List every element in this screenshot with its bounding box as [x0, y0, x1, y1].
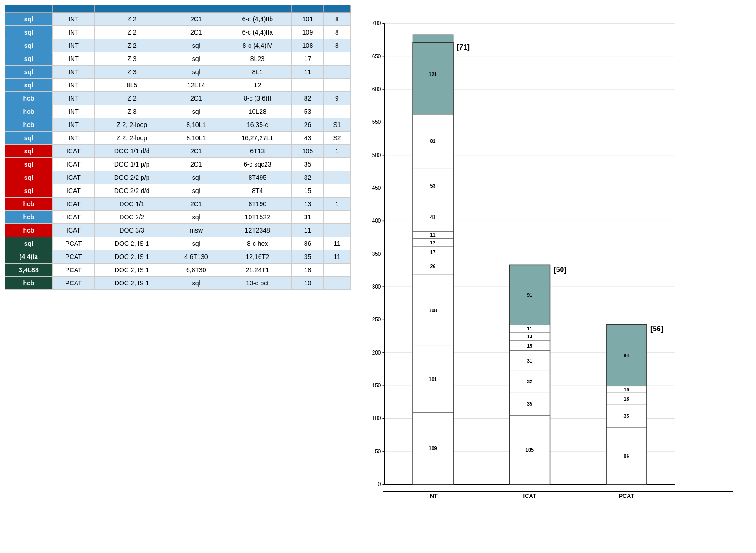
svg-text:[71]: [71] — [457, 43, 470, 51]
data-cell: msw — [169, 224, 223, 237]
table-row: (4,4)IaPCATDOC 2, IS 14,6T13012,16T23511 — [5, 250, 351, 264]
data-cell: 11 — [292, 66, 324, 79]
chart-container: 0501001502002503003504004505005506006507… — [360, 14, 742, 514]
layer-cell: sql — [5, 79, 53, 92]
data-cell: 109 — [292, 26, 324, 39]
col-header-fig — [323, 5, 350, 13]
data-cell: 10 — [292, 277, 324, 290]
data-cell — [323, 158, 350, 171]
data-cell: 8,10L1 — [169, 132, 223, 145]
svg-text:31: 31 — [527, 358, 532, 364]
table-row: sqlPCATDOC 2, IS 1sql8-c hex8611 — [5, 237, 351, 250]
layer-cell: sql — [5, 184, 53, 198]
data-cell: Z 3 — [95, 52, 169, 66]
svg-text:17: 17 — [430, 249, 436, 255]
svg-text:150: 150 — [372, 382, 381, 389]
data-cell: PCAT — [52, 277, 94, 290]
data-cell — [323, 264, 350, 277]
data-cell: 86 — [292, 237, 324, 250]
main-table: sqlINTZ 22C16-c (4,4)IIb1018sqlINTZ 22C1… — [5, 5, 351, 290]
data-cell: INT — [52, 92, 94, 105]
table-row: sqlINTZ 2sql8-c (4,4)IV1088 — [5, 39, 351, 52]
data-cell: DOC 2, IS 1 — [95, 250, 169, 264]
data-cell — [323, 171, 350, 184]
svg-text:35: 35 — [527, 401, 532, 406]
data-cell: DOC 2/2 d/d — [95, 184, 169, 198]
data-cell: 9 — [323, 92, 350, 105]
data-cell: DOC 2, IS 1 — [95, 277, 169, 290]
data-cell: 1 — [323, 145, 350, 158]
table-row: sqlINTZ 3sql8L111 — [5, 66, 351, 79]
data-cell: 8 — [323, 26, 350, 39]
svg-text:12: 12 — [430, 240, 436, 245]
svg-text:18: 18 — [623, 396, 629, 401]
layer-cell: hcb — [5, 92, 53, 105]
data-cell: Z 2 — [95, 13, 169, 26]
data-cell: Z 2 — [95, 39, 169, 52]
data-cell: 2C1 — [169, 198, 223, 211]
data-cell: DOC 1/1 p/p — [95, 158, 169, 171]
table-row: sqlICATDOC 1/1 p/p2C16-c sqc2335 — [5, 158, 351, 171]
data-cell: 8T190 — [223, 198, 292, 211]
data-cell — [323, 79, 350, 92]
data-cell: ICAT — [52, 184, 94, 198]
table-row: hcbICATDOC 1/12C18T190131 — [5, 198, 351, 211]
data-cell: ICAT — [52, 171, 94, 184]
data-cell: 35 — [292, 158, 324, 171]
svg-text:100: 100 — [372, 415, 381, 421]
svg-text:53: 53 — [430, 183, 436, 188]
svg-text:500: 500 — [372, 152, 381, 158]
table-row: 3,4L88PCATDOC 2, IS 16,8T3021,24T118 — [5, 264, 351, 277]
svg-text:94: 94 — [623, 353, 629, 358]
data-cell: 12L14 — [169, 79, 223, 92]
svg-text:43: 43 — [430, 214, 436, 220]
data-cell: 2C1 — [169, 145, 223, 158]
chart-svg: 0501001502002503003504004505005506006507… — [360, 14, 742, 514]
data-cell: sql — [169, 105, 223, 118]
layer-cell: hcb — [5, 105, 53, 118]
data-cell: 105 — [292, 145, 324, 158]
data-cell: sql — [169, 211, 223, 224]
data-cell: 2C1 — [169, 13, 223, 26]
svg-text:108: 108 — [429, 308, 437, 313]
svg-text:82: 82 — [430, 138, 436, 144]
data-cell: 53 — [292, 105, 324, 118]
data-cell: 8-c (4,4)IV — [223, 39, 292, 52]
data-cell: INT — [52, 26, 94, 39]
layer-cell: (4,4)Ia — [5, 250, 53, 264]
table-body: sqlINTZ 22C16-c (4,4)IIb1018sqlINTZ 22C1… — [5, 13, 351, 290]
data-cell: 8T4 — [223, 184, 292, 198]
table-row: sqlICATDOC 2/2 d/dsql8T415 — [5, 184, 351, 198]
data-cell: 10L28 — [223, 105, 292, 118]
data-cell: 8L5 — [95, 79, 169, 92]
chart-section: 0501001502002503003504004505005506006507… — [351, 5, 751, 548]
data-cell: 8 — [323, 13, 350, 26]
svg-text:91: 91 — [527, 292, 532, 298]
table-row: hcbINTZ 3sql10L2853 — [5, 105, 351, 118]
data-cell: 4,6T130 — [169, 250, 223, 264]
table-row: hcbINTZ 2, 2-loop8,10L116,35-c26S1 — [5, 118, 351, 132]
col-header-layer — [5, 5, 53, 13]
data-cell: 12 — [223, 79, 292, 92]
svg-text:250: 250 — [372, 316, 381, 323]
data-cell — [323, 52, 350, 66]
data-cell: 26 — [292, 118, 324, 132]
data-cell: 18 — [292, 264, 324, 277]
svg-text:400: 400 — [372, 218, 381, 224]
svg-text:0: 0 — [378, 481, 381, 487]
data-cell: 6,8T30 — [169, 264, 223, 277]
svg-text:650: 650 — [372, 53, 381, 60]
data-cell: Z 2, 2-loop — [95, 132, 169, 145]
svg-text:15: 15 — [527, 343, 532, 349]
svg-text:32: 32 — [527, 379, 532, 384]
layer-cell: hcb — [5, 118, 53, 132]
data-cell: 10T1522 — [223, 211, 292, 224]
data-cell: sql — [169, 171, 223, 184]
data-cell — [323, 184, 350, 198]
table-row: hcbICATDOC 3/3msw12T234811 — [5, 224, 351, 237]
data-cell: 35 — [292, 250, 324, 264]
data-cell: 2C1 — [169, 26, 223, 39]
data-cell: 11 — [323, 237, 350, 250]
col-header-ern — [223, 5, 292, 13]
svg-text:26: 26 — [430, 264, 436, 269]
